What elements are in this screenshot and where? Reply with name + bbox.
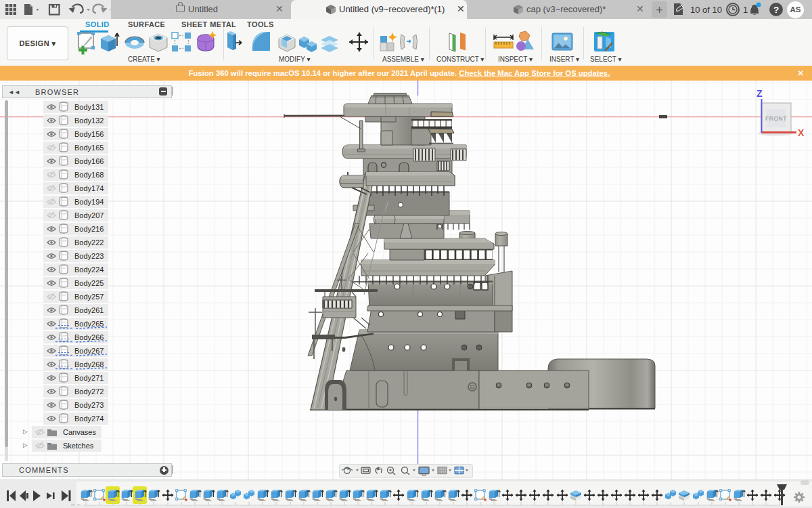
svg-text:?: ? <box>773 5 779 15</box>
svg-text:1: 1 <box>743 5 748 15</box>
svg-text:FRONT: FRONT <box>765 115 787 122</box>
svg-text:X: X <box>798 127 805 138</box>
svg-text:10 of 10: 10 of 10 <box>690 5 722 15</box>
svg-text:Z: Z <box>757 88 763 99</box>
